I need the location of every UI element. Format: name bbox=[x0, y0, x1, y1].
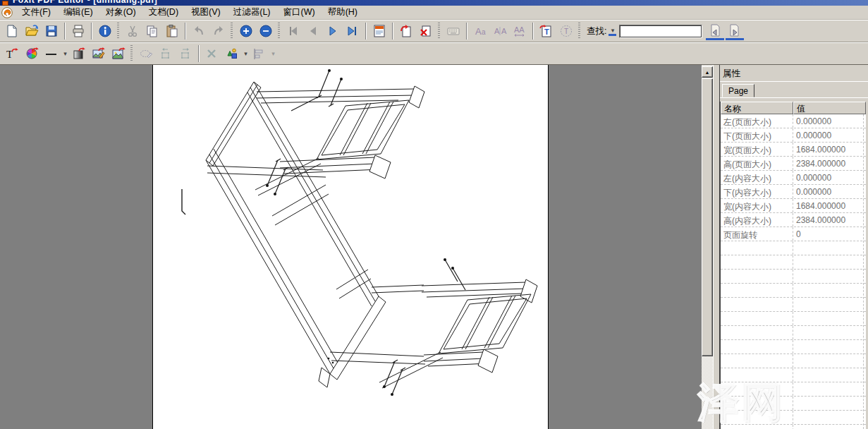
page-layout-button[interactable] bbox=[370, 22, 389, 40]
rotate-object-right-button bbox=[176, 44, 195, 63]
color-wheel-button[interactable] bbox=[23, 44, 41, 63]
add-image-button[interactable] bbox=[109, 44, 128, 63]
property-value[interactable]: 2384.000000 bbox=[793, 213, 863, 226]
property-name: 页面旋转 bbox=[721, 227, 793, 241]
table-row[interactable]: 页面旋转0 bbox=[721, 227, 866, 241]
workspace: ▲ 属性 Page 名称 值 左(页面大小)0.000000下(页面大小)0.0… bbox=[0, 65, 868, 429]
rotate-object-left-button bbox=[157, 44, 175, 63]
menu-item-3[interactable]: 文档(D) bbox=[142, 5, 185, 20]
table-row[interactable]: 下(内容大小)0.000000 bbox=[721, 185, 866, 199]
table-row[interactable]: 高(内容大小)2384.000000 bbox=[721, 213, 866, 227]
font-style-button: Aa bbox=[471, 22, 489, 40]
tab-page[interactable]: Page bbox=[722, 84, 754, 97]
vertical-scrollbar[interactable]: ▲ bbox=[702, 65, 713, 429]
touchup-object-button bbox=[137, 44, 155, 63]
edit-image-button[interactable] bbox=[90, 44, 108, 63]
document-info-button[interactable] bbox=[96, 22, 114, 40]
table-empty-row bbox=[721, 312, 866, 326]
property-value[interactable]: 0.000000 bbox=[793, 171, 863, 184]
scroll-up-button[interactable]: ▲ bbox=[702, 66, 713, 78]
toolbar-grip[interactable] bbox=[438, 23, 440, 40]
shading-object-button[interactable] bbox=[70, 44, 88, 63]
table-header: 名称 值 bbox=[721, 102, 866, 114]
svg-text:A: A bbox=[475, 26, 482, 37]
find-label: 查找: bbox=[587, 25, 606, 37]
dropdown-caret[interactable]: ▾ bbox=[269, 50, 277, 57]
open-file-icon bbox=[25, 24, 39, 38]
toolbar-grip[interactable] bbox=[130, 45, 133, 62]
property-value[interactable]: 1684.000000 bbox=[793, 199, 863, 212]
menu-item-1[interactable]: 编辑(E) bbox=[57, 5, 99, 20]
delete-page-button[interactable] bbox=[417, 22, 435, 40]
new-document-icon bbox=[5, 24, 19, 38]
property-value[interactable]: 0.000000 bbox=[793, 185, 863, 198]
touchup-object-icon bbox=[139, 47, 153, 61]
property-name: 下(页面大小) bbox=[721, 128, 793, 142]
toolbar-grip[interactable] bbox=[578, 23, 580, 40]
cut-button bbox=[123, 22, 142, 40]
table-row[interactable]: 宽(页面大小)1684.000000 bbox=[721, 143, 866, 157]
new-document-button[interactable] bbox=[3, 22, 21, 40]
dropdown-caret[interactable]: ▾ bbox=[242, 50, 250, 57]
save-file-button[interactable] bbox=[42, 22, 61, 40]
table-row[interactable]: 下(页面大小)0.000000 bbox=[721, 128, 866, 143]
property-value[interactable]: 0.000000 bbox=[793, 114, 863, 128]
menu-item-7[interactable]: 帮助(H) bbox=[322, 5, 364, 20]
app-icon bbox=[2, 1, 8, 6]
find-previous-button[interactable] bbox=[706, 22, 724, 40]
paste-button[interactable] bbox=[163, 22, 181, 40]
menu-item-2[interactable]: 对象(O) bbox=[99, 5, 142, 20]
table-row[interactable]: 高(页面大小)2384.000000 bbox=[721, 157, 866, 171]
table-row[interactable]: 宽(内容大小)1684.000000 bbox=[721, 199, 866, 213]
next-page-button[interactable] bbox=[324, 22, 342, 40]
redo-button bbox=[209, 22, 228, 40]
panel-splitter[interactable] bbox=[713, 65, 720, 429]
document-window-icon[interactable] bbox=[1, 7, 13, 18]
menu-item-0[interactable]: 文件(F) bbox=[16, 5, 57, 20]
svg-text:T: T bbox=[544, 28, 549, 36]
align-objects-button bbox=[250, 44, 269, 63]
panel-title: 属性 bbox=[723, 68, 740, 80]
print-button[interactable] bbox=[69, 22, 87, 40]
table-row[interactable]: 左(内容大小)0.000000 bbox=[721, 171, 866, 185]
divider bbox=[863, 114, 864, 429]
next-page-icon bbox=[326, 24, 340, 38]
menu-item-4[interactable]: 视图(V) bbox=[185, 5, 227, 20]
property-value[interactable]: 0 bbox=[793, 227, 863, 241]
svg-text:A: A bbox=[501, 27, 507, 35]
last-page-icon bbox=[346, 24, 360, 38]
zoom-in-button[interactable] bbox=[237, 22, 255, 40]
zoom-out-button[interactable] bbox=[257, 22, 275, 40]
insert-shapes-button[interactable] bbox=[223, 44, 241, 63]
find-history-caret[interactable]: ▾ bbox=[609, 27, 616, 36]
property-name: 宽(内容大小) bbox=[721, 199, 793, 212]
table-row[interactable]: 左(页面大小)0.000000 bbox=[721, 114, 866, 128]
toolbar-grip[interactable] bbox=[231, 23, 233, 40]
property-value[interactable]: 2384.000000 bbox=[793, 157, 863, 170]
page-drawing-frame-diagram bbox=[0, 65, 702, 429]
property-value[interactable]: 1684.000000 bbox=[793, 143, 863, 156]
dropdown-caret[interactable]: ▾ bbox=[61, 50, 69, 57]
undo-icon bbox=[192, 24, 206, 38]
add-text-button[interactable]: T bbox=[537, 22, 556, 40]
insert-page-button[interactable] bbox=[397, 22, 415, 40]
toolbar-separator bbox=[532, 23, 534, 40]
property-name: 宽(页面大小) bbox=[721, 143, 793, 156]
line-style-button[interactable] bbox=[42, 44, 61, 63]
font-kerning-button: AA bbox=[491, 22, 509, 40]
scrollbar-thumb[interactable] bbox=[702, 78, 713, 356]
property-value[interactable]: 0.000000 bbox=[793, 128, 863, 142]
toolbar-grip[interactable] bbox=[278, 23, 280, 40]
document-canvas[interactable] bbox=[0, 65, 702, 429]
open-file-button[interactable] bbox=[23, 22, 41, 40]
cursor-mark bbox=[182, 189, 185, 214]
find-input[interactable] bbox=[619, 25, 702, 38]
last-page-button[interactable] bbox=[343, 22, 362, 40]
find-next-button[interactable] bbox=[726, 22, 744, 40]
text-object-button[interactable]: T bbox=[3, 44, 21, 63]
menu-item-6[interactable]: 窗口(W) bbox=[277, 5, 322, 20]
svg-text:A: A bbox=[494, 27, 500, 35]
menu-item-5[interactable]: 过滤器(L) bbox=[227, 5, 277, 20]
toolbar-grip[interactable] bbox=[117, 23, 119, 40]
copy-button[interactable] bbox=[143, 22, 161, 40]
